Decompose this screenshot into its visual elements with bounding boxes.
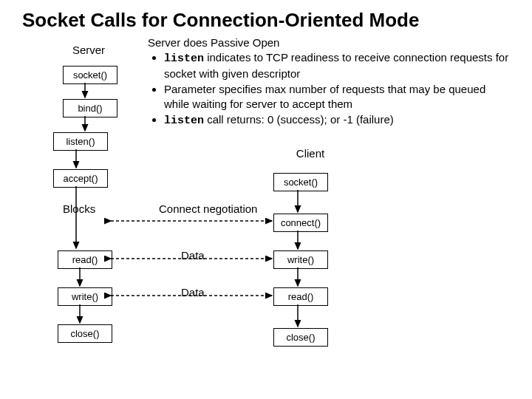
- bullet-2: listen call returns: 0 (success); or -1 …: [164, 112, 510, 129]
- connect-negotiation-label: Connect negotiation: [159, 202, 257, 215]
- server-box-read: read(): [58, 250, 112, 269]
- slide-title: Socket Calls for Connection-Oriented Mod…: [0, 0, 532, 36]
- server-box-accept: accept(): [53, 169, 108, 188]
- client-heading: Client: [281, 147, 340, 160]
- client-box-read: read(): [273, 287, 328, 306]
- data1-label: Data: [181, 249, 205, 262]
- server-box-write: write(): [58, 287, 112, 306]
- data2-label: Data: [181, 286, 205, 299]
- bullet-0: listen indicates to TCP readiness to rec…: [164, 50, 510, 81]
- server-heading: Server: [59, 44, 118, 56]
- client-box-write: write(): [273, 250, 328, 269]
- client-box-socket: socket(): [273, 173, 328, 191]
- bullet-1: Parameter specifies max number of reques…: [164, 82, 510, 111]
- server-box-socket: socket(): [63, 66, 117, 84]
- blocks-label: Blocks: [63, 202, 95, 215]
- description-list: listen indicates to TCP readiness to rec…: [148, 50, 510, 129]
- server-box-listen: listen(): [53, 132, 108, 151]
- client-box-close: close(): [273, 328, 328, 347]
- server-box-bind: bind(): [63, 99, 117, 117]
- description-block: Server does Passive Open listen indicate…: [148, 36, 510, 130]
- server-box-close: close(): [58, 324, 112, 343]
- diagram-area: Server socket() bind() listen() accept()…: [0, 36, 532, 376]
- description-heading: Server does Passive Open: [148, 36, 510, 49]
- client-box-connect: connect(): [273, 214, 328, 232]
